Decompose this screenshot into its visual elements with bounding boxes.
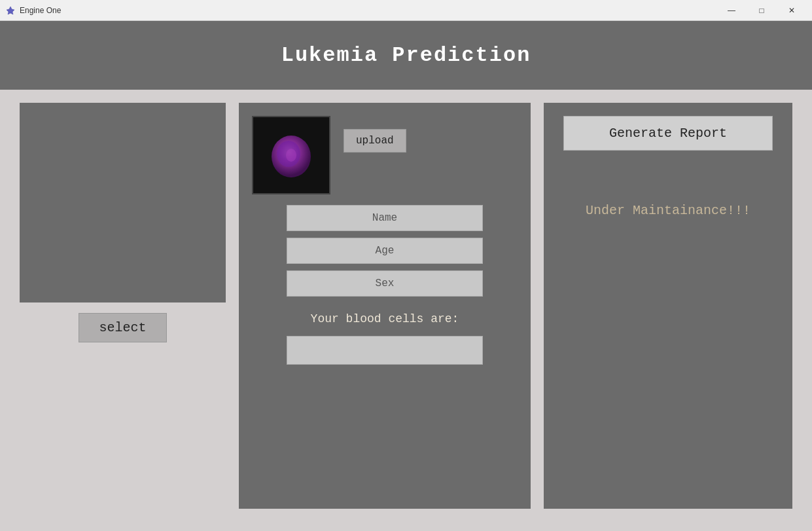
form-fields [252,205,518,297]
blood-cell-image [258,122,324,188]
upload-area: upload [344,116,406,153]
blood-cells-label: Your blood cells are: [311,312,459,325]
middle-top: upload [252,116,518,194]
result-box [287,336,483,365]
app-title: Lukemia Prediction [281,43,531,67]
main-content: select [0,90,812,531]
app-header: Lukemia Prediction [0,21,812,90]
upload-button[interactable]: upload [344,129,406,153]
close-button[interactable]: ✕ [777,0,807,21]
cell-image-box [252,116,330,194]
generate-report-button[interactable]: Generate Report [563,116,773,151]
select-button[interactable]: select [79,313,166,342]
app-name: Engine One [20,6,61,15]
svg-point-2 [286,149,296,162]
minimize-button[interactable]: — [716,0,747,21]
maximize-button[interactable]: □ [747,0,777,21]
age-input[interactable] [287,238,483,264]
maintenance-text: Under Maintainance!!! [586,203,750,218]
title-bar-controls: — □ ✕ [716,0,807,21]
right-panel: Generate Report Under Maintainance!!! [544,103,792,509]
title-bar-left: Engine One [5,5,61,16]
title-bar: Engine One — □ ✕ [0,0,812,21]
image-preview-box [20,103,226,302]
app-icon [5,5,16,16]
sex-input[interactable] [287,270,483,297]
left-panel: select [20,103,226,342]
middle-panel: upload Your blood cells are: [239,103,531,509]
name-input[interactable] [287,205,483,231]
